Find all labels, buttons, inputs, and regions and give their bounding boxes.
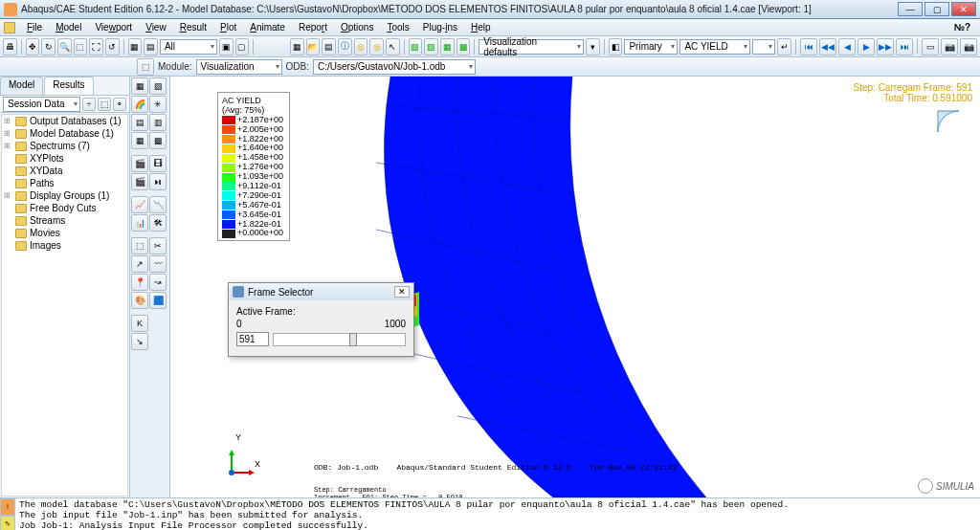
wire4-button[interactable]: ▩	[457, 38, 471, 55]
tool-undeformed[interactable]: ▦	[131, 77, 148, 95]
menu-view[interactable]: View	[140, 21, 172, 33]
render-button[interactable]: ▾	[586, 38, 600, 55]
color-button[interactable]: ◧	[609, 38, 623, 55]
tool-probe[interactable]: 📍	[131, 274, 148, 291]
tool-path[interactable]: ↝	[149, 274, 167, 291]
frame-value-input[interactable]	[236, 332, 269, 346]
pan-button[interactable]: ✥	[26, 38, 40, 55]
frame-slider[interactable]	[273, 333, 406, 346]
first-frame-button[interactable]: ⏮	[800, 38, 817, 55]
menu-report[interactable]: Report	[293, 21, 333, 33]
menu-animate[interactable]: Animate	[244, 21, 291, 33]
tool-xy3[interactable]: 📊	[131, 214, 148, 232]
tool-last[interactable]: ↘	[131, 333, 148, 350]
tree-item[interactable]: XYData	[2, 165, 127, 177]
tool-anim3[interactable]: 🎬	[131, 173, 148, 190]
last-frame-button[interactable]: ⏭	[896, 38, 913, 55]
circles1-button[interactable]: ◎	[354, 38, 368, 55]
tree-item[interactable]: Movies	[2, 227, 127, 239]
next-frame-button[interactable]: ▶▶	[877, 38, 894, 55]
tool-overlay[interactable]: ▩	[149, 132, 167, 149]
frame-selector-button[interactable]: ▭	[922, 38, 939, 55]
perspective-button[interactable]: ▣	[219, 38, 234, 55]
menu-tools[interactable]: Tools	[381, 21, 414, 33]
tool-field[interactable]: ⬚	[131, 237, 148, 254]
menu-file[interactable]: File	[21, 21, 48, 33]
menu-plugins[interactable]: Plug-ins	[417, 21, 463, 33]
fit-button[interactable]: ⛶	[89, 38, 103, 55]
zoom-box-button[interactable]: ⬚	[74, 38, 88, 55]
play-back-button[interactable]: ◀	[838, 38, 856, 55]
db-button[interactable]: ▦	[290, 38, 304, 55]
tool-common[interactable]: ▦	[131, 132, 148, 149]
dialog-close-button[interactable]: ✕	[394, 286, 410, 298]
session-combo[interactable]: Session Data	[3, 97, 80, 112]
views-combo[interactable]: All	[160, 39, 217, 55]
wire1-button[interactable]: ▧	[409, 38, 423, 55]
tool-color1[interactable]: 🎨	[131, 292, 148, 309]
menu-options[interactable]: Options	[335, 21, 379, 33]
component-combo[interactable]	[752, 39, 775, 55]
wire3-button[interactable]: ▦	[440, 38, 455, 55]
tool-material[interactable]: ▤	[131, 114, 148, 131]
tool-deformed[interactable]: ▨	[149, 77, 167, 95]
ortho-button[interactable]: ▢	[235, 38, 250, 55]
tree-item[interactable]: XYPlots	[2, 152, 127, 165]
tool-anim4[interactable]: ⏯	[149, 173, 167, 190]
module-combo[interactable]: Visualization	[196, 59, 282, 75]
tool-symbol[interactable]: ✳	[149, 96, 167, 113]
tree-item[interactable]: Paths	[2, 177, 127, 189]
odb-combo[interactable]: C:/Users/GustavoN/Job-1.odb	[313, 59, 476, 75]
compass-icon[interactable]	[936, 109, 961, 134]
frame-selector-dialog[interactable]: Frame Selector ✕ Active Frame: 0 1000	[228, 282, 414, 357]
tool-k[interactable]: K	[131, 315, 148, 332]
tool-xy2[interactable]: 📉	[149, 196, 167, 213]
prev-frame-button[interactable]: ◀◀	[819, 38, 836, 55]
open-odb-button[interactable]: 📂	[306, 38, 321, 55]
tree-item[interactable]: ⊞Display Groups (1)	[2, 189, 127, 202]
print-button[interactable]: 🖶	[3, 38, 17, 55]
menu-result[interactable]: Result	[174, 21, 212, 33]
wire2-button[interactable]: ▨	[424, 38, 438, 55]
info-button[interactable]: ⓘ	[338, 38, 352, 55]
circles2-button[interactable]: ◎	[369, 38, 384, 55]
menu-help[interactable]: Help	[465, 21, 497, 33]
tool-ply[interactable]: ▥	[149, 114, 167, 131]
tool-stream[interactable]: 〰	[149, 255, 167, 273]
tool-color2[interactable]: 🟦	[149, 292, 167, 309]
camera1-button[interactable]: 📷	[941, 38, 958, 55]
apply-var-button[interactable]: ↵	[777, 38, 791, 55]
tree-item[interactable]: Images	[2, 239, 127, 252]
results-tree[interactable]: ⊞Output Databases (1)⊞Model Database (1)…	[1, 114, 128, 497]
tool-contour[interactable]: 🌈	[131, 96, 148, 113]
tool-anim2[interactable]: 🎞	[149, 155, 167, 172]
tool-xy4[interactable]: 🛠	[149, 214, 167, 232]
msg-tab-1[interactable]: !	[0, 498, 15, 516]
tab-results[interactable]: Results	[44, 77, 93, 95]
rotate-button[interactable]: ↻	[41, 38, 56, 55]
view2-button[interactable]: ▤	[144, 38, 158, 55]
zoom-button[interactable]: 🔍	[57, 38, 72, 55]
tool-freebody[interactable]: ↗	[131, 255, 148, 273]
tree-item[interactable]: ⊞Spectrums (7)	[2, 140, 127, 152]
tool-cut[interactable]: ✂	[149, 237, 167, 254]
maximize-button[interactable]: ▢	[924, 2, 949, 16]
variable-combo[interactable]: AC YIELD	[679, 39, 750, 55]
play-fwd-button[interactable]: ▶	[858, 38, 875, 55]
tree-item[interactable]: Streams	[2, 214, 127, 227]
menu-viewport[interactable]: Viewport	[89, 21, 138, 33]
cycle-views-button[interactable]: ↺	[105, 38, 120, 55]
cursor-button[interactable]: ↖	[386, 38, 400, 55]
config-button[interactable]: ⚬	[113, 98, 126, 111]
filter-button[interactable]: ÷	[82, 98, 96, 111]
tool-anim1[interactable]: 🎬	[131, 155, 148, 172]
tree-item[interactable]: ⊞Output Databases (1)	[2, 115, 127, 127]
msg-tab-2[interactable]: ✎	[0, 516, 15, 530]
message-log[interactable]: The model database "C:\Users\GustavoN\Dr…	[15, 498, 980, 530]
view1-button[interactable]: ▦	[128, 38, 143, 55]
tree-item[interactable]: ⊞Model Database (1)	[2, 127, 127, 140]
camera2-button[interactable]: 📷	[960, 38, 977, 55]
menu-whatsthis[interactable]: №?	[948, 21, 976, 33]
close-button[interactable]: ✕	[951, 2, 976, 16]
tool-xy1[interactable]: 📈	[131, 196, 148, 213]
